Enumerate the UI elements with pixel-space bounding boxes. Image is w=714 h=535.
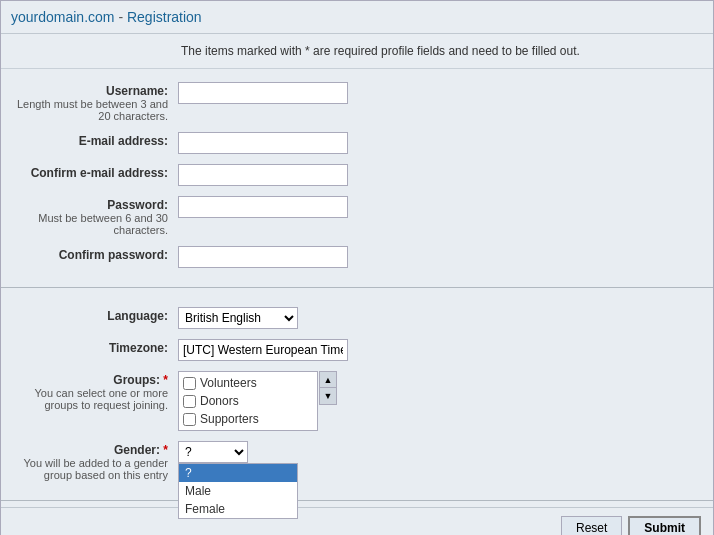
username-label: Username: Length must be between 3 and 2… — [13, 82, 178, 122]
title-bar: yourdomain.com - Registration — [1, 1, 713, 34]
confirm-email-control — [178, 164, 348, 186]
group-item-volunteers: Volunteers — [183, 374, 313, 392]
form-content: The items marked with * are required pro… — [1, 34, 713, 535]
password-input[interactable] — [178, 196, 348, 218]
groups-scroll-up-button[interactable]: ▲ — [320, 372, 336, 388]
email-control — [178, 132, 348, 154]
language-row: Language: British English American Engli… — [1, 302, 713, 334]
group-checkbox-volunteers[interactable] — [183, 377, 196, 390]
gender-dropdown-popup: ? Male Female — [178, 463, 298, 519]
gender-row: Gender: * You will be added to a gender … — [1, 436, 713, 486]
language-select[interactable]: British English American English German … — [178, 307, 298, 329]
gender-option-female[interactable]: Female — [179, 500, 297, 518]
email-label: E-mail address: — [13, 132, 178, 148]
groups-control: Volunteers Donors Supporters ▲ — [178, 371, 337, 431]
registration-window: yourdomain.com - Registration The items … — [0, 0, 714, 535]
gender-select[interactable]: ? Male Female — [178, 441, 248, 463]
gender-option-unknown[interactable]: ? — [179, 464, 297, 482]
gender-label: Gender: * You will be added to a gender … — [13, 441, 178, 481]
groups-label: Groups: * You can select one or more gro… — [13, 371, 178, 411]
group-item-supporters: Supporters — [183, 410, 313, 428]
required-notice: The items marked with * are required pro… — [1, 34, 713, 69]
gender-control: ? Male Female ? Male Female — [178, 441, 248, 463]
groups-scrollbar: ▲ ▼ — [319, 371, 337, 405]
gender-option-male[interactable]: Male — [179, 482, 297, 500]
group-item-donors: Donors — [183, 392, 313, 410]
language-control: British English American English German … — [178, 307, 298, 329]
profile-fields-section: Language: British English American Engli… — [1, 294, 713, 494]
group-checkbox-donors[interactable] — [183, 395, 196, 408]
password-control — [178, 196, 348, 218]
form-buttons: Reset Submit — [1, 507, 713, 535]
username-input[interactable] — [178, 82, 348, 104]
groups-list: Volunteers Donors Supporters — [178, 371, 318, 431]
username-control — [178, 82, 348, 104]
confirm-password-row: Confirm password: — [1, 241, 713, 273]
groups-scroll-down-button[interactable]: ▼ — [320, 388, 336, 404]
section-divider-2 — [1, 500, 713, 501]
confirm-email-row: Confirm e-mail address: — [1, 159, 713, 191]
timezone-control — [178, 339, 348, 361]
confirm-email-label: Confirm e-mail address: — [13, 164, 178, 180]
language-label: Language: — [13, 307, 178, 323]
reset-button[interactable]: Reset — [561, 516, 622, 535]
window-title-page: Registration — [127, 9, 202, 25]
timezone-input[interactable] — [178, 339, 348, 361]
account-fields-section: Username: Length must be between 3 and 2… — [1, 69, 713, 281]
username-row: Username: Length must be between 3 and 2… — [1, 77, 713, 127]
submit-button[interactable]: Submit — [628, 516, 701, 535]
confirm-password-input[interactable] — [178, 246, 348, 268]
window-title-domain: yourdomain.com — [11, 9, 115, 25]
groups-row: Groups: * You can select one or more gro… — [1, 366, 713, 436]
group-checkbox-supporters[interactable] — [183, 413, 196, 426]
timezone-row: Timezone: — [1, 334, 713, 366]
confirm-password-label: Confirm password: — [13, 246, 178, 262]
timezone-label: Timezone: — [13, 339, 178, 355]
password-label: Password: Must be between 6 and 30 chara… — [13, 196, 178, 236]
password-row: Password: Must be between 6 and 30 chara… — [1, 191, 713, 241]
confirm-password-control — [178, 246, 348, 268]
email-row: E-mail address: — [1, 127, 713, 159]
confirm-email-input[interactable] — [178, 164, 348, 186]
window-title-sep: - — [115, 9, 127, 25]
section-divider-1 — [1, 287, 713, 288]
email-input[interactable] — [178, 132, 348, 154]
